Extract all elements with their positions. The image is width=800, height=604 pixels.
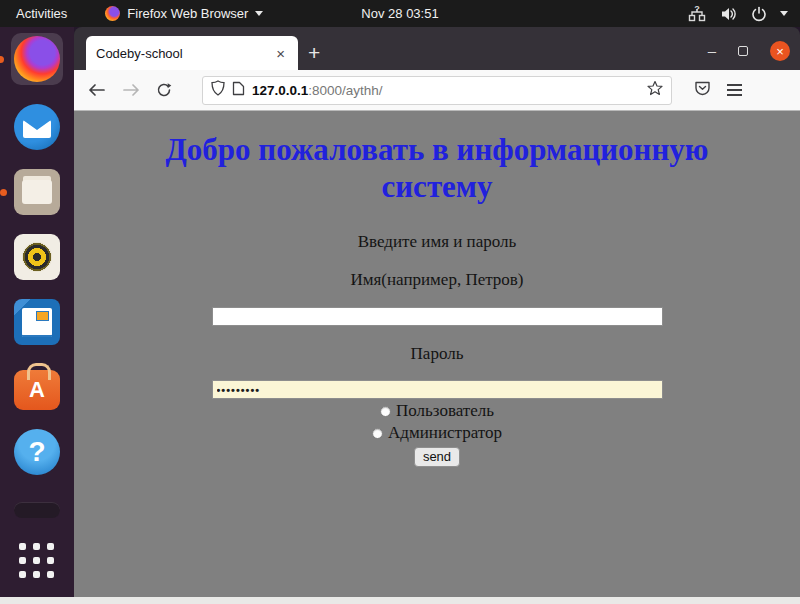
tab-title: Codeby-school [96, 46, 265, 61]
running-indicator [0, 56, 4, 63]
radio-label: Пользователь [396, 401, 494, 421]
firefox-window: Codeby-school × + – × [74, 27, 800, 597]
dock-item-rhythmbox[interactable] [14, 234, 60, 280]
svg-text:?: ? [694, 5, 700, 14]
back-button[interactable] [84, 79, 110, 101]
radio-button[interactable] [372, 428, 383, 439]
system-menu-chevron-icon[interactable] [780, 11, 788, 16]
address-bar[interactable]: 127.0.0.1:8000/aythh/ [202, 76, 672, 105]
forward-button[interactable] [118, 79, 144, 101]
radio-button[interactable] [380, 406, 391, 417]
running-indicator [0, 189, 7, 196]
role-option-user[interactable]: Пользователь [74, 401, 800, 421]
url-path: :8000/aythh/ [308, 83, 382, 98]
close-button[interactable]: × [770, 41, 790, 61]
dock-item-firefox[interactable] [11, 33, 63, 85]
pocket-icon[interactable] [694, 80, 711, 100]
dock-item-help[interactable]: ? [14, 429, 60, 475]
bookmark-star-icon[interactable] [647, 80, 663, 100]
dock-item-ubuntu-software[interactable] [14, 364, 60, 410]
firefox-icon [14, 36, 60, 82]
firefox-icon [105, 6, 120, 21]
power-icon[interactable] [751, 6, 767, 22]
volume-icon[interactable] [720, 6, 738, 22]
tab-bar: Codeby-school × + – × [74, 27, 800, 70]
network-icon[interactable]: ? [688, 5, 707, 22]
dock-item-libreoffice-writer[interactable] [14, 299, 60, 345]
tab-codeby-school[interactable]: Codeby-school × [86, 36, 298, 70]
activities-button[interactable]: Activities [12, 4, 71, 23]
tab-close-icon[interactable]: × [273, 45, 288, 62]
ubuntu-dock: ? [0, 27, 74, 597]
ubuntu-software-icon [14, 370, 60, 410]
show-applications-icon [19, 543, 55, 579]
rhythmbox-icon [14, 234, 60, 280]
url-host: 127.0.0.1 [252, 83, 308, 98]
dock-item-thunderbird[interactable] [14, 104, 60, 150]
intro-text: Введите имя и пароль [74, 232, 800, 252]
menu-icon[interactable] [727, 84, 742, 96]
minimize-button[interactable]: – [708, 46, 716, 56]
url-text: 127.0.0.1:8000/aythh/ [252, 83, 640, 98]
send-button[interactable]: send [414, 447, 460, 467]
page-title: Добро пожаловать в информационную систем… [127, 132, 747, 205]
name-input[interactable] [212, 307, 663, 326]
gnome-top-bar: Nov 28 03:51 Activities Firefox Web Brow… [0, 0, 800, 27]
page-info-icon[interactable] [232, 81, 245, 100]
new-tab-button[interactable]: + [298, 41, 330, 65]
app-menu[interactable]: Firefox Web Browser [105, 6, 263, 21]
name-label: Имя(например, Петров) [74, 270, 800, 290]
dock-item-show-applications[interactable] [19, 539, 55, 579]
shield-icon[interactable] [211, 80, 225, 100]
chevron-down-icon [255, 11, 263, 16]
dock-item-files[interactable] [14, 169, 60, 215]
app-menu-label: Firefox Web Browser [127, 6, 248, 21]
window-bottom-edge [0, 597, 800, 604]
password-input[interactable] [212, 380, 663, 399]
maximize-button[interactable] [738, 46, 748, 56]
desktop: Nov 28 03:51 Activities Firefox Web Brow… [0, 0, 800, 604]
dock-item-amazon[interactable] [14, 494, 60, 520]
dark-app-icon [14, 502, 60, 518]
navigation-toolbar: 127.0.0.1:8000/aythh/ [74, 70, 800, 111]
libreoffice-writer-icon [14, 299, 60, 345]
help-icon: ? [14, 429, 60, 475]
radio-label: Администратор [388, 423, 502, 443]
reload-button[interactable] [152, 78, 176, 102]
files-icon [14, 169, 60, 215]
page-content: Добро пожаловать в информационную систем… [74, 111, 800, 597]
thunderbird-icon [14, 104, 60, 150]
role-option-admin[interactable]: Администратор [74, 423, 800, 443]
password-label: Пароль [74, 344, 800, 364]
